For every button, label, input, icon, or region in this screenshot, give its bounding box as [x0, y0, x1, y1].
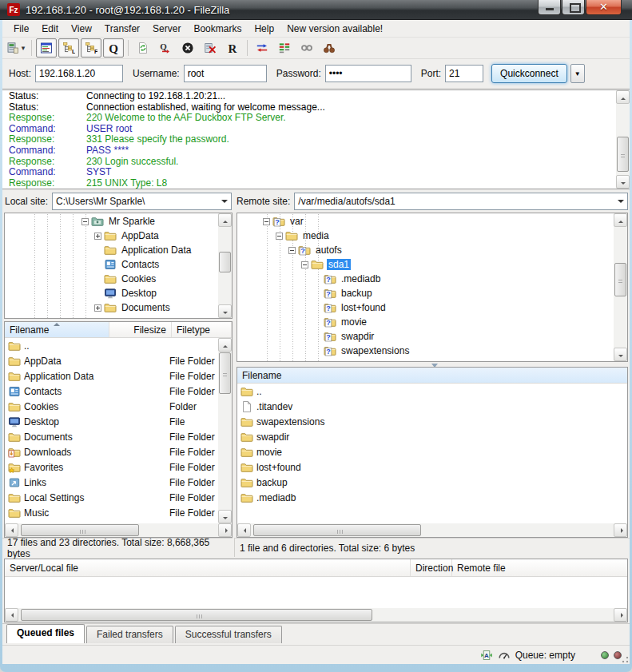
process-queue-button[interactable] — [155, 38, 176, 58]
password-input[interactable] — [325, 65, 411, 82]
column-header-filesize[interactable]: Filesize — [109, 322, 172, 337]
title-bar[interactable]: 192.168.1.20 - root@192.168.1.20 - FileZ… — [0, 0, 632, 20]
local-file-row[interactable]: Local Settings File Folder — [5, 490, 217, 505]
local-file-row[interactable]: Application Data File Folder — [5, 368, 217, 384]
remote-file-row[interactable]: backup — [237, 475, 627, 490]
remote-tree-item[interactable]: lost+found — [237, 300, 613, 315]
quickconnect-button[interactable]: Quickconnect — [491, 64, 567, 83]
local-file-row[interactable]: Contacts File Folder — [5, 384, 217, 399]
remote-tree-item[interactable]: backup — [237, 286, 613, 300]
column-header-direction[interactable]: Direction — [411, 559, 452, 576]
menu-item[interactable]: New version available! — [280, 21, 389, 37]
tree-expander-icon[interactable] — [94, 233, 101, 240]
menu-item[interactable]: Transfer — [98, 21, 146, 37]
tree-expander-icon[interactable] — [301, 261, 308, 268]
remote-tree-item[interactable]: autofs — [237, 243, 613, 257]
minimize-button[interactable] — [538, 0, 561, 15]
queue-tab[interactable]: Failed transfers — [86, 626, 173, 643]
tree-expander-icon[interactable] — [288, 247, 296, 254]
local-tree-item[interactable]: Desktop — [5, 286, 217, 300]
tree-expander-icon[interactable] — [94, 304, 101, 312]
username-input[interactable] — [184, 65, 267, 82]
toggle-queue-button[interactable] — [103, 38, 124, 58]
toggle-remote-tree-button[interactable] — [81, 38, 101, 58]
local-tree-item[interactable]: AppData — [5, 229, 217, 243]
toggle-local-tree-button[interactable] — [58, 38, 79, 58]
remote-file-row[interactable]: movie — [237, 444, 627, 459]
local-file-row[interactable]: .. — [5, 338, 217, 353]
remote-tree-item[interactable]: dvd — [237, 358, 613, 361]
column-header-filename[interactable]: Filename — [237, 368, 627, 383]
local-file-row[interactable]: Links File Folder — [5, 475, 217, 490]
quickconnect-dropdown-button[interactable]: ▼ — [570, 64, 585, 83]
local-file-row[interactable]: Desktop File — [5, 414, 217, 429]
chevron-down-icon[interactable] — [618, 200, 624, 206]
cancel-button[interactable] — [177, 38, 198, 58]
tree-expander-icon[interactable] — [263, 218, 270, 225]
remote-tree-item[interactable]: sda1 — [237, 257, 613, 272]
refresh-button[interactable] — [133, 38, 153, 58]
synchronized-browsing-button[interactable] — [252, 38, 272, 58]
remote-tree-item[interactable]: media — [237, 229, 613, 243]
remote-tree-item[interactable]: swapextensions — [237, 344, 613, 358]
local-tree-item[interactable]: Cookies — [5, 272, 217, 286]
local-tree-item[interactable]: Mr Sparkle — [5, 214, 217, 229]
local-tree-item[interactable]: Downloads — [5, 315, 217, 318]
tree-expander-icon[interactable] — [276, 233, 283, 240]
local-site-combobox[interactable]: C:\Users\Mr Sparkle\ — [52, 193, 232, 210]
remote-file-row[interactable]: .titandev — [237, 399, 627, 414]
local-list-vscrollbar[interactable] — [218, 338, 232, 523]
reconnect-button[interactable] — [222, 38, 243, 58]
remote-tree-item[interactable]: var — [237, 214, 613, 229]
disconnect-button[interactable] — [200, 38, 221, 58]
remote-file-row[interactable]: swapdir — [237, 429, 627, 444]
chevron-down-icon[interactable] — [221, 200, 228, 206]
log-scrollbar[interactable] — [616, 90, 630, 189]
queue-hscrollbar[interactable] — [5, 608, 627, 622]
column-header-filename[interactable]: Filename — [5, 322, 109, 337]
column-header-filetype[interactable]: Filetype — [172, 322, 232, 337]
remote-tree-scrollbar[interactable] — [614, 213, 627, 361]
filter-button[interactable] — [296, 38, 317, 58]
local-file-row[interactable]: Music File Folder — [5, 505, 217, 520]
menu-item[interactable]: Help — [248, 21, 280, 37]
local-tree-item[interactable]: Application Data — [5, 243, 217, 257]
remote-site-combobox[interactable]: /var/media/autofs/sda1 — [294, 193, 628, 210]
local-file-row[interactable]: Downloads File Folder — [5, 444, 217, 459]
local-tree-item[interactable]: Contacts — [5, 257, 217, 272]
remote-tree-item[interactable]: .mediadb — [237, 272, 613, 286]
local-file-row[interactable]: Documents File Folder — [5, 429, 217, 444]
remote-tree-item[interactable]: swapdir — [237, 329, 613, 344]
host-input[interactable] — [35, 65, 123, 82]
remote-file-row[interactable]: .mediadb — [237, 490, 627, 505]
local-tree-item[interactable]: Documents — [5, 300, 217, 315]
local-file-row[interactable]: Cookies Folder — [5, 399, 217, 414]
remote-list-hscrollbar[interactable] — [237, 523, 627, 537]
site-manager-button[interactable]: ▾ — [6, 38, 27, 58]
remote-file-row[interactable]: swapextensions — [237, 414, 627, 429]
menu-item[interactable]: File — [7, 21, 35, 37]
menu-item[interactable]: View — [65, 21, 98, 37]
directory-comparison-button[interactable] — [274, 38, 295, 58]
port-input[interactable] — [445, 65, 483, 82]
close-button[interactable] — [586, 0, 622, 15]
remote-tree-item[interactable]: movie — [237, 315, 613, 329]
menu-item[interactable]: Server — [146, 21, 187, 37]
maximize-button[interactable] — [562, 0, 585, 15]
remote-file-row[interactable]: .. — [237, 384, 627, 399]
toggle-message-log-button[interactable] — [36, 38, 57, 58]
column-header-server-local-file[interactable]: Server/Local file — [5, 559, 411, 576]
local-list-hscrollbar[interactable] — [5, 523, 232, 537]
resize-grip[interactable] — [619, 654, 629, 663]
column-header-remote-file[interactable]: Remote file — [452, 559, 627, 576]
menu-item[interactable]: Edit — [35, 21, 65, 37]
queue-tab[interactable]: Queued files — [6, 624, 85, 643]
local-file-row[interactable]: AppData File Folder — [5, 353, 217, 368]
queue-tab[interactable]: Successful transfers — [175, 626, 282, 643]
local-tree-scrollbar[interactable] — [218, 213, 232, 318]
search-button[interactable] — [319, 38, 340, 58]
tree-expander-icon[interactable] — [81, 218, 89, 225]
local-file-row[interactable]: Favorites File Folder — [5, 459, 217, 475]
menu-item[interactable]: Bookmarks — [187, 21, 248, 37]
remote-file-row[interactable]: lost+found — [237, 459, 627, 475]
